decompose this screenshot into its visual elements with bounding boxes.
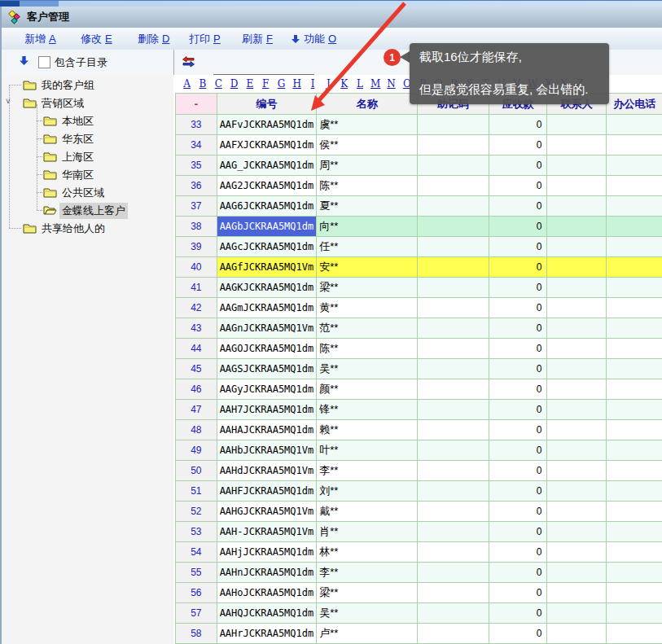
cell-name[interactable]: 戴**: [317, 502, 418, 522]
cell-phone[interactable]: [607, 257, 662, 278]
cell-amt[interactable]: 0: [489, 217, 547, 237]
cell-contact[interactable]: [547, 502, 607, 522]
cell-mn[interactable]: [418, 135, 489, 156]
cell-mn[interactable]: [418, 176, 489, 196]
cell-phone[interactable]: [607, 135, 662, 156]
tree-item-1[interactable]: ˅营销区域: [2, 94, 173, 112]
column-header-6[interactable]: 办公电话: [607, 94, 662, 115]
cell-amt[interactable]: 0: [489, 502, 547, 522]
cell-contact[interactable]: [547, 156, 607, 176]
cell-name[interactable]: 肖**: [317, 522, 418, 542]
cell-amt[interactable]: 0: [489, 156, 547, 176]
swap-sort-icon[interactable]: [182, 55, 195, 68]
delete-button[interactable]: 删除D: [138, 31, 169, 46]
table-row[interactable]: 39AAGcJCKRAA5MQ1dm任**0: [176, 237, 662, 257]
cell-rownum[interactable]: 34: [176, 135, 217, 156]
cell-contact[interactable]: [547, 461, 607, 481]
cell-rownum[interactable]: 39: [176, 237, 217, 257]
cell-phone[interactable]: [607, 502, 662, 522]
cell-code[interactable]: AAHQJCKRAA5MQ1dm: [217, 603, 317, 624]
cell-mn[interactable]: [418, 603, 489, 624]
table-row[interactable]: 37AAG6JCKRAA5MQ1dm夏**0: [176, 196, 662, 217]
letter-index-L[interactable]: L: [352, 78, 367, 90]
cell-phone[interactable]: [607, 542, 662, 563]
cell-code[interactable]: AAGmJCKRAA5MQ1dm: [217, 298, 317, 318]
table-row[interactable]: 35AAG_JCKRAA5MQ1dm周**0: [176, 156, 662, 176]
cell-code[interactable]: AAFXJCKRAA5MQ1dm: [217, 135, 317, 156]
cell-amt[interactable]: 0: [489, 563, 547, 583]
cell-name[interactable]: 梁**: [317, 583, 418, 603]
cell-contact[interactable]: [547, 278, 607, 298]
cell-name[interactable]: 刘**: [317, 481, 418, 502]
cell-contact[interactable]: [547, 603, 607, 624]
cell-mn[interactable]: [418, 359, 489, 379]
quick-search-input[interactable]: [213, 59, 314, 75]
cell-code[interactable]: AAHrJCKRAA5MQ1dm: [217, 624, 317, 644]
cell-name[interactable]: 范**: [317, 318, 418, 339]
cell-amt[interactable]: 0: [489, 115, 547, 135]
letter-index-I[interactable]: I: [305, 78, 320, 90]
letter-index-M[interactable]: M: [368, 78, 384, 90]
letter-index-B[interactable]: B: [195, 78, 210, 90]
cell-amt[interactable]: 0: [489, 400, 547, 420]
cell-code[interactable]: AAGbJCKRAA5MQ1dm: [217, 217, 317, 237]
cell-contact[interactable]: [547, 440, 607, 461]
cell-phone[interactable]: [607, 176, 662, 196]
cell-phone[interactable]: [607, 359, 662, 379]
cell-rownum[interactable]: 48: [176, 420, 217, 440]
tree-item-4[interactable]: 上海区: [2, 147, 173, 165]
cell-phone[interactable]: [607, 522, 662, 542]
cell-contact[interactable]: [547, 196, 607, 217]
cell-amt[interactable]: 0: [489, 461, 547, 481]
cell-contact[interactable]: [547, 420, 607, 440]
letter-index-F[interactable]: F: [257, 78, 273, 90]
cell-rownum[interactable]: 46: [176, 379, 217, 400]
cell-rownum[interactable]: 56: [176, 583, 217, 603]
cell-code[interactable]: AAHGJCKRAA5MQ1Vm: [217, 502, 317, 522]
cell-contact[interactable]: [547, 237, 607, 257]
cell-mn[interactable]: [418, 542, 489, 563]
tree-item-6[interactable]: 公共区域: [2, 183, 173, 201]
cell-rownum[interactable]: 47: [176, 400, 217, 420]
cell-amt[interactable]: 0: [489, 339, 547, 359]
table-row[interactable]: 57AAHQJCKRAA5MQ1dm吴**0: [176, 603, 662, 624]
cell-phone[interactable]: [607, 583, 662, 603]
cell-mn[interactable]: [418, 563, 489, 583]
cell-mn[interactable]: [418, 583, 489, 603]
cell-name[interactable]: 陈**: [317, 176, 418, 196]
function-button[interactable]: 功能O: [291, 31, 336, 46]
cell-phone[interactable]: [607, 278, 662, 298]
cell-amt[interactable]: 0: [489, 237, 547, 257]
cell-contact[interactable]: [547, 359, 607, 379]
cell-name[interactable]: 吴**: [317, 359, 418, 379]
cell-mn[interactable]: [418, 339, 489, 359]
cell-mn[interactable]: [418, 196, 489, 217]
cell-mn[interactable]: [418, 502, 489, 522]
table-row[interactable]: 44AAGOJCKRAA5MQ1dm陈**0: [176, 339, 662, 359]
cell-mn[interactable]: [418, 115, 489, 135]
table-row[interactable]: 43AAGnJCKRAA5MQ1Vm范**0: [176, 318, 662, 339]
cell-amt[interactable]: 0: [489, 481, 547, 502]
cell-contact[interactable]: [547, 339, 607, 359]
cell-amt[interactable]: 0: [489, 135, 547, 156]
cell-phone[interactable]: [607, 603, 662, 624]
table-row[interactable]: 54AAHjJCKRAA5MQ1dm林**0: [176, 542, 662, 563]
tree-item-3[interactable]: 华东区: [2, 129, 173, 147]
chevron-down-icon[interactable]: ˅: [6, 97, 11, 106]
cell-code[interactable]: AAGfJCKRAA5MQ1Vm: [217, 257, 317, 278]
cell-rownum[interactable]: 38: [176, 217, 217, 237]
cell-name[interactable]: 夏**: [317, 196, 418, 217]
cell-amt[interactable]: 0: [489, 318, 547, 339]
letter-index-N[interactable]: N: [384, 78, 399, 90]
cell-code[interactable]: AAG2JCKRAA5MQ1dm: [217, 176, 317, 196]
cell-rownum[interactable]: 36: [176, 176, 217, 196]
cell-contact[interactable]: [547, 542, 607, 563]
cell-mn[interactable]: [418, 278, 489, 298]
cell-code[interactable]: AAHdJCKRAA5MQ1Vm: [217, 461, 317, 481]
cell-phone[interactable]: [607, 196, 662, 217]
cell-rownum[interactable]: 50: [176, 461, 217, 481]
letter-index-G[interactable]: G: [274, 78, 289, 90]
cell-rownum[interactable]: 45: [176, 359, 217, 379]
table-row[interactable]: 51AAHFJCKRAA5MQ1dm刘**0: [176, 481, 662, 502]
table-row[interactable]: 48AAHAJCKRAA5MQ1dm赖**0: [176, 420, 662, 440]
